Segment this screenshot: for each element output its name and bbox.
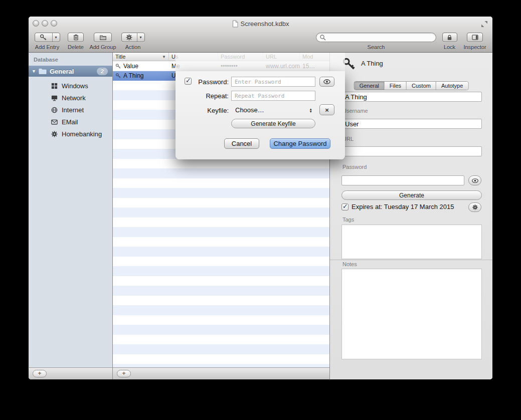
sidebar-group-label: General (50, 68, 74, 75)
search-input[interactable] (328, 34, 433, 41)
popup-stepper-icon: ▲▼ (309, 108, 312, 113)
add-entry-button[interactable]: ▾ (35, 33, 60, 42)
trash-icon (68, 33, 83, 42)
disclosure-triangle-icon[interactable]: ▼ (32, 69, 39, 74)
dialog-password-input[interactable] (231, 77, 315, 87)
globe-icon (51, 106, 58, 114)
tab-autotype[interactable]: Autotype (436, 82, 468, 90)
username-field[interactable] (341, 119, 482, 129)
action-group: ▾ Action (120, 33, 146, 50)
lock-group: Lock (442, 33, 457, 50)
fullscreen-icon[interactable] (481, 21, 488, 28)
close-icon: × (325, 106, 329, 114)
group-count-badge: 2 (97, 68, 108, 75)
dialog-keyfile-label: Keyfile: (193, 107, 229, 114)
username-label: Username (342, 108, 368, 114)
monitor-icon (51, 94, 58, 102)
dialog-repeat-label: Repeat: (193, 92, 229, 100)
sort-arrow-icon: ▼ (162, 55, 166, 59)
key-icon (115, 73, 121, 79)
cancel-button[interactable]: Cancel (224, 138, 259, 149)
change-password-button[interactable]: Change Password (270, 138, 330, 149)
window-title-area: Screenshot.kdbx (29, 17, 492, 31)
inspector-panel: A Thing General Files Custom Autotype Us… (330, 53, 492, 379)
action-button[interactable]: ▾ (121, 33, 145, 42)
password-enable-checkbox[interactable] (185, 78, 192, 85)
sidebar-item-homebanking[interactable]: Homebanking (29, 128, 112, 140)
sidebar-item-label: EMail (62, 118, 78, 126)
padlock-icon (443, 33, 457, 42)
change-password-dialog: Password: Repeat: Keyfile: Choose… ▲▼ × … (176, 71, 345, 159)
search-label: Search (316, 44, 436, 50)
dialog-repeat-input[interactable] (231, 91, 315, 101)
add-entry-label: Add Entry (32, 44, 63, 50)
window-title: Screenshot.kdbx (241, 20, 289, 28)
delete-button[interactable] (68, 33, 84, 42)
inspector-button[interactable] (467, 33, 483, 42)
add-entry-plus-button[interactable]: + (117, 370, 131, 377)
sidebar-header: Database (34, 57, 58, 63)
expires-settings-button[interactable] (468, 202, 481, 212)
search-group: Search (316, 33, 436, 50)
toolbar: ▾ Add Entry Delete Add Group (29, 31, 492, 53)
tab-files[interactable]: Files (384, 82, 406, 90)
expires-row: Expires at: Tuesday 17 March 2015 (341, 203, 454, 211)
add-group-label: Add Group (88, 44, 118, 50)
sidebar-item-network[interactable]: Network (29, 92, 112, 104)
sidebar-item-email[interactable]: EMail (29, 116, 112, 128)
sidebar: Database ▼ General 2 Windows Networ (29, 53, 113, 379)
titlebar[interactable]: Screenshot.kdbx (29, 17, 492, 31)
inspector-entry-title: A Thing (361, 60, 383, 67)
keyfile-popup-button[interactable]: Choose… ▲▼ (231, 105, 315, 115)
sidebar-item-label: Network (62, 94, 86, 102)
app-window: Screenshot.kdbx ▾ Add Entry Delete (29, 17, 492, 379)
add-group-button[interactable] (94, 33, 112, 42)
column-header-title[interactable]: Title ▼ (113, 53, 169, 61)
expires-checkbox[interactable] (341, 203, 349, 211)
action-label: Action (120, 44, 146, 50)
sidebar-item-internet[interactable]: Internet (29, 104, 112, 116)
section-divider (330, 260, 492, 260)
envelope-icon (51, 118, 58, 126)
lock-button[interactable] (442, 33, 457, 42)
gear-icon (122, 33, 137, 42)
add-group-group: Add Group (88, 33, 118, 50)
dialog-reveal-password-button[interactable] (319, 77, 334, 87)
search-icon (319, 34, 326, 41)
reveal-password-button[interactable] (468, 175, 481, 185)
window-grid-icon (51, 82, 58, 90)
generate-password-button[interactable]: Generate (341, 190, 482, 200)
sidebar-item-windows[interactable]: Windows (29, 80, 112, 92)
tab-custom[interactable]: Custom (406, 82, 436, 90)
sidebar-bottom-bar: + (29, 367, 112, 379)
delete-group: Delete (65, 33, 87, 50)
key-icon (35, 33, 52, 42)
url-field[interactable] (341, 146, 482, 156)
sidebar-group-general[interactable]: ▼ General 2 (29, 66, 112, 77)
lock-label: Lock (442, 44, 457, 50)
generate-keyfile-button[interactable]: Generate Keyfile (231, 119, 315, 128)
password-field[interactable] (341, 175, 464, 185)
clear-keyfile-button[interactable]: × (319, 104, 334, 115)
title-field[interactable] (341, 92, 482, 102)
sheet-shadow-region (176, 53, 345, 71)
notes-input[interactable] (341, 269, 482, 359)
search-field[interactable] (316, 33, 436, 42)
chevron-down-icon[interactable]: ▾ (137, 33, 144, 42)
tags-label: Tags (342, 217, 354, 223)
folder-icon (39, 68, 47, 75)
chevron-down-icon[interactable]: ▾ (52, 33, 60, 42)
inspector-group: Inspector (461, 33, 489, 50)
sidebar-item-label: Homebanking (62, 130, 102, 138)
password-label: Password (342, 164, 367, 170)
dialog-password-label: Password: (193, 78, 229, 86)
delete-label: Delete (65, 44, 87, 50)
key-icon (115, 63, 121, 69)
tags-input[interactable] (341, 225, 482, 259)
folder-icon (94, 33, 111, 42)
add-group-plus-button[interactable]: + (33, 370, 47, 377)
expires-label: Expires at: Tuesday 17 March 2015 (352, 203, 454, 211)
inspector-label: Inspector (461, 44, 489, 50)
tab-general[interactable]: General (355, 82, 384, 90)
eye-icon (323, 78, 331, 86)
